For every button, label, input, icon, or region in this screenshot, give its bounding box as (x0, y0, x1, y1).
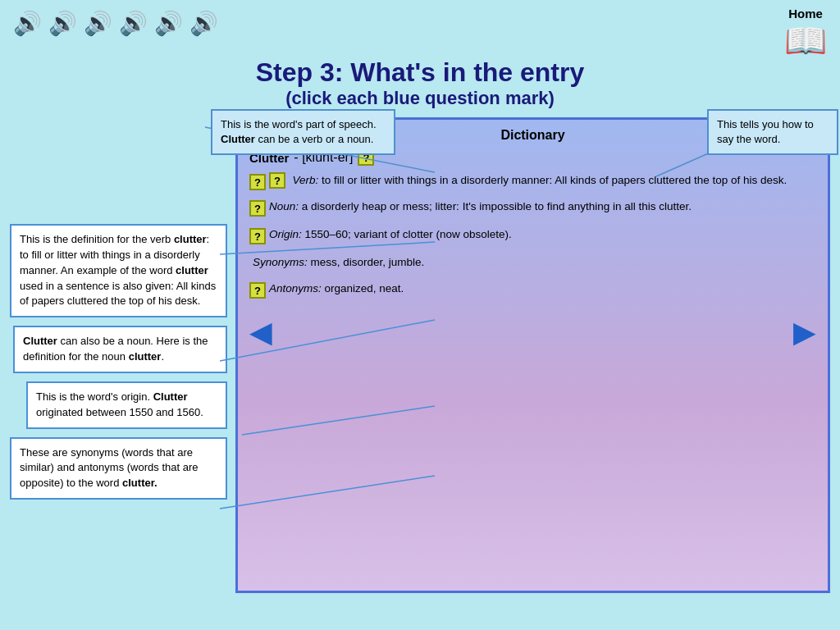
origin-section: ? Origin: 1550–60; variant of clotter (n… (249, 226, 816, 244)
speaker-icon-2[interactable]: 🔊 (48, 10, 77, 37)
title-sub: (click each blue question mark) (0, 88, 840, 109)
origin-callout: This is the word's origin. Clutter origi… (26, 381, 227, 429)
origin-callout-text: This is the word's origin. Clutter origi… (36, 390, 203, 418)
noun-def-text: Noun: a disorderly heap or mess; litter:… (269, 199, 692, 215)
noun-callout: Clutter can also be a noun. Here is the … (13, 326, 227, 373)
noun-q-mark[interactable]: ? (249, 200, 266, 217)
home-button[interactable]: Home 📖 (784, 7, 827, 61)
antonyms-text: Antonyms: organized, neat. (269, 281, 404, 297)
left-callouts: This is the definition for the verb clut… (10, 117, 227, 593)
noun-section: ? Noun: a disorderly heap or mess; litte… (249, 199, 816, 217)
antonyms-section: ? Antonyms: organized, neat. (249, 281, 816, 299)
definition-callout-text: This is the definition for the verb clut… (20, 233, 216, 307)
speech-part-tooltip: This is the word's part of speech. Clutt… (211, 109, 395, 155)
left-arrow[interactable]: ◀ (249, 315, 272, 349)
synonyms-section: Synonyms: mess, disorder, jumble. (249, 254, 816, 271)
pronunciation-tooltip: This tells you how to say the word. (707, 109, 838, 155)
dictionary-panel-wrapper: This is the word's part of speech. Clutt… (235, 117, 830, 593)
speaker-icon-5[interactable]: 🔊 (154, 10, 183, 37)
title-area: Step 3: What's in the entry (click each … (0, 57, 840, 109)
dictionary-panel: Dictionary Clutter - [kluht-er] ? ? ? Ve… (235, 117, 830, 593)
book-icon: 📖 (784, 21, 827, 61)
home-label: Home (784, 7, 827, 21)
synonyms-text: Synonyms: mess, disorder, jumble. (253, 256, 424, 268)
origin-text: Origin: 1550–60; variant of clotter (now… (269, 226, 512, 243)
verb-section: ? ? Verb: to fill or litter with things … (249, 172, 816, 190)
verb-q-mark-1[interactable]: ? (249, 174, 266, 190)
verb-def-text: Verb: to fill or litter with things in a… (292, 174, 787, 186)
verb-q-mark-2[interactable]: ? (269, 172, 285, 189)
synonyms-callout-text: These are synonyms (words that are simil… (20, 446, 198, 490)
speaker-icon-4[interactable]: 🔊 (119, 10, 148, 37)
noun-callout-text: Clutter can also be a noun. Here is the … (23, 335, 208, 363)
synonyms-callout: These are synonyms (words that are simil… (10, 437, 227, 500)
right-arrow[interactable]: ▶ (793, 315, 816, 349)
speaker-icon-1[interactable]: 🔊 (13, 10, 42, 37)
antonyms-q-mark[interactable]: ? (249, 282, 266, 299)
speaker-icons: 🔊 🔊 🔊 🔊 🔊 🔊 (13, 10, 218, 37)
definition-callout: This is the definition for the verb clut… (10, 224, 227, 317)
nav-arrows: ◀ ▶ (249, 315, 816, 349)
title-main: Step 3: What's in the entry (0, 57, 840, 88)
pronunciation-tooltip-text: This tells you how to say the word. (717, 118, 814, 145)
speech-part-tooltip-text: This is the word's part of speech. Clutt… (221, 118, 377, 145)
origin-q-mark[interactable]: ? (249, 228, 266, 244)
speaker-icon-3[interactable]: 🔊 (84, 10, 112, 37)
speaker-icon-6[interactable]: 🔊 (189, 10, 218, 37)
top-bar: 🔊 🔊 🔊 🔊 🔊 🔊 Home 📖 (0, 0, 840, 61)
